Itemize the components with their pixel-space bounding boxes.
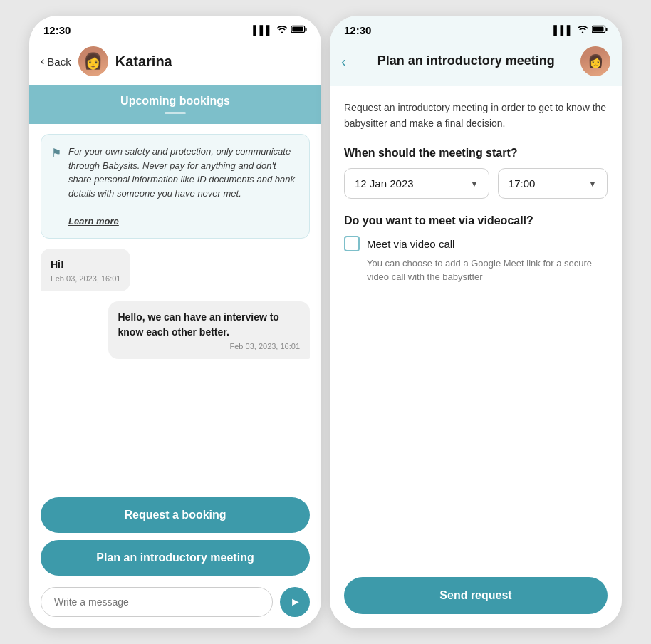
right-avatar [580,46,610,76]
date-chevron-icon: ▼ [470,179,479,189]
back-label: Back [47,56,71,68]
left-status-icons: ▌▌▌ [253,25,307,36]
battery-icon [291,25,307,36]
right-phone-screen: 12:30 ▌▌▌ [330,16,622,628]
message-bubble-right: Hello, we can have an interview to know … [108,301,311,359]
svg-rect-5 [605,28,607,31]
message-time-2: Feb 03, 2023, 16:01 [118,342,301,350]
message-text-1: Hi! [51,257,120,271]
avatar [78,46,108,76]
plan-meeting-button[interactable]: Plan an introductory meeting [41,540,310,576]
left-status-bar: 12:30 ▌▌▌ [29,16,321,41]
upcoming-bookings-bar[interactable]: Upcoming bookings [29,85,321,124]
chat-area: ⚑ For your own safety and protection, on… [29,124,321,490]
when-section: When should the meeting start? 12 Jan 20… [344,147,608,199]
left-time: 12:30 [43,24,71,36]
signal-icon: ▌▌▌ [253,25,273,36]
time-chevron-icon: ▼ [588,179,597,189]
send-request-area: Send request [330,568,622,628]
right-header-title: Plan an introductory meeting [352,53,580,69]
avatar-image [78,46,108,76]
left-header: ‹ Back Katarina [29,41,321,85]
message-input-area: ► [29,581,321,628]
send-message-button[interactable]: ► [280,587,310,617]
time-value: 17:00 [509,177,536,189]
svg-rect-1 [292,27,303,32]
learn-more-link[interactable]: Learn more [68,216,119,227]
right-status-bar: 12:30 ▌▌▌ [330,16,622,41]
svg-rect-2 [305,28,306,31]
videocall-section: Do you want to meet via videocall? Meet … [344,214,608,284]
upcoming-bookings-label: Upcoming bookings [120,95,230,107]
message-bubble-left: Hi! Feb 03, 2023, 16:01 [41,249,130,291]
back-button[interactable]: ‹ Back [41,55,71,68]
date-dropdown[interactable]: 12 Jan 2023 ▼ [344,168,489,199]
left-phone-screen: 12:30 ▌▌▌ [29,16,321,628]
back-chevron-icon: ‹ [41,55,44,68]
message-text-2: Hello, we can have an interview to know … [118,310,301,339]
battery-icon-right [592,25,608,36]
flag-icon: ⚑ [51,146,61,160]
signal-icon-right: ▌▌▌ [553,25,573,36]
action-buttons: Request a booking Plan an introductory m… [29,490,321,581]
right-status-icons: ▌▌▌ [553,25,608,36]
date-time-row: 12 Jan 2023 ▼ 17:00 ▼ [344,168,608,199]
date-value: 12 Jan 2023 [355,177,414,189]
safety-notice: ⚑ For your own safety and protection, on… [41,134,310,239]
right-content: Request an introductory meeting in order… [330,86,622,568]
right-back-button[interactable]: ‹ [341,53,352,70]
time-dropdown[interactable]: 17:00 ▼ [498,168,608,199]
send-request-button[interactable]: Send request [344,577,608,614]
safety-text: For your own safety and protection, only… [68,145,299,228]
videocall-checkbox-row: Meet via video call [344,236,608,251]
meet-via-video-checkbox[interactable] [344,236,360,251]
wifi-icon [276,25,288,36]
right-header: ‹ Plan an introductory meeting [330,41,622,86]
intro-description: Request an introductory meeting in order… [344,100,608,131]
videocall-section-title: Do you want to meet via videocall? [344,214,608,227]
right-time: 12:30 [344,24,371,36]
message-time-1: Feb 03, 2023, 16:01 [51,274,120,283]
videocall-checkbox-label: Meet via video call [367,238,454,250]
videocall-hint: You can choose to add a Google Meet link… [344,257,608,284]
right-avatar-image [580,46,610,76]
contact-name: Katarina [115,53,172,70]
message-input[interactable] [41,587,273,617]
wifi-icon-right [577,25,588,36]
when-section-title: When should the meeting start? [344,147,608,160]
svg-rect-4 [593,27,603,32]
send-icon: ► [290,596,301,608]
screens-container: 12:30 ▌▌▌ [29,16,622,628]
request-booking-button[interactable]: Request a booking [41,497,310,533]
